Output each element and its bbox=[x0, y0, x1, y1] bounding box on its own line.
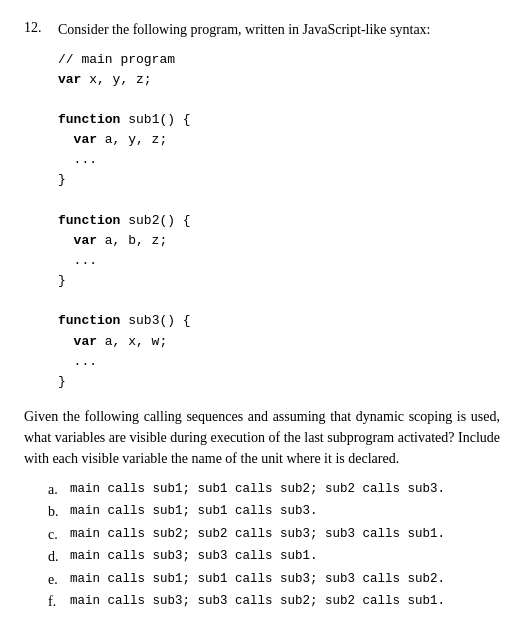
answer-f-text: main calls sub3; sub3 calls sub2; sub2 c… bbox=[70, 591, 445, 613]
answer-e-text: main calls sub1; sub1 calls sub3; sub3 c… bbox=[70, 569, 445, 591]
code-sub1-close: } bbox=[58, 170, 500, 190]
code-main-vars: var x, y, z; bbox=[58, 70, 500, 90]
code-sub2-close: } bbox=[58, 271, 500, 291]
code-sub1-header: function sub1() { bbox=[58, 110, 500, 130]
prose-text: Given the following calling sequences an… bbox=[24, 406, 500, 469]
answer-c-text: main calls sub2; sub2 calls sub3; sub3 c… bbox=[70, 524, 445, 546]
code-sub3-vars: var a, x, w; bbox=[58, 332, 500, 352]
answer-c-label: c. bbox=[48, 524, 66, 546]
answer-a-label: a. bbox=[48, 479, 66, 501]
question-intro: Consider the following program, written … bbox=[58, 20, 430, 40]
question-container: 12. Consider the following program, writ… bbox=[24, 20, 500, 613]
code-sub1-vars: var a, y, z; bbox=[58, 130, 500, 150]
code-sub1-dots: ... bbox=[58, 150, 500, 170]
answer-a-text: main calls sub1; sub1 calls sub2; sub2 c… bbox=[70, 479, 445, 501]
answer-b: b. main calls sub1; sub1 calls sub3. bbox=[48, 501, 500, 523]
answer-d-text: main calls sub3; sub3 calls sub1. bbox=[70, 546, 318, 568]
answer-f-label: f. bbox=[48, 591, 66, 613]
answer-f: f. main calls sub3; sub3 calls sub2; sub… bbox=[48, 591, 500, 613]
code-block: // main program var x, y, z; function su… bbox=[58, 50, 500, 392]
answer-a: a. main calls sub1; sub1 calls sub2; sub… bbox=[48, 479, 500, 501]
code-blank-2 bbox=[58, 191, 500, 211]
answer-list: a. main calls sub1; sub1 calls sub2; sub… bbox=[48, 479, 500, 613]
code-sub3-dots: ... bbox=[58, 352, 500, 372]
answer-b-text: main calls sub1; sub1 calls sub3. bbox=[70, 501, 318, 523]
code-sub2-dots: ... bbox=[58, 251, 500, 271]
question-header: 12. Consider the following program, writ… bbox=[24, 20, 500, 40]
answer-e: e. main calls sub1; sub1 calls sub3; sub… bbox=[48, 569, 500, 591]
code-sub3-header: function sub3() { bbox=[58, 311, 500, 331]
answer-c: c. main calls sub2; sub2 calls sub3; sub… bbox=[48, 524, 500, 546]
code-sub2-header: function sub2() { bbox=[58, 211, 500, 231]
code-sub2-vars: var a, b, z; bbox=[58, 231, 500, 251]
answer-e-label: e. bbox=[48, 569, 66, 591]
answer-d-label: d. bbox=[48, 546, 66, 568]
code-blank-1 bbox=[58, 90, 500, 110]
code-blank-3 bbox=[58, 291, 500, 311]
code-sub3-close: } bbox=[58, 372, 500, 392]
prose-content: Given the following calling sequences an… bbox=[24, 409, 500, 466]
answer-d: d. main calls sub3; sub3 calls sub1. bbox=[48, 546, 500, 568]
code-comment: // main program bbox=[58, 50, 500, 70]
answer-b-label: b. bbox=[48, 501, 66, 523]
question-number: 12. bbox=[24, 20, 52, 40]
